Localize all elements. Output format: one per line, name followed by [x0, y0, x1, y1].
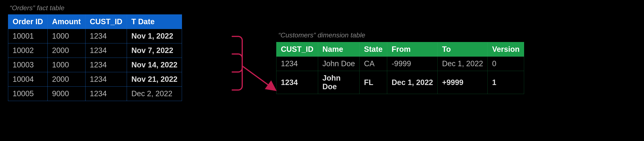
table-row: 1234 John Doe FL Dec 1, 2022 +9999 1: [276, 71, 524, 94]
customers-cell: 1234: [276, 71, 318, 94]
orders-header-cust-id: CUST_ID: [85, 15, 127, 29]
orders-cell: 2000: [48, 43, 86, 58]
orders-cell: 1234: [85, 72, 127, 87]
table-row: 10002 2000 1234 Nov 7, 2022: [8, 43, 182, 58]
customers-header-version: Version: [488, 42, 524, 57]
customers-cell: John Doe: [318, 71, 360, 94]
relationship-arrow-icon: [230, 30, 278, 114]
orders-header-order-id: Order ID: [8, 15, 48, 29]
orders-cell: 1000: [48, 58, 86, 72]
svg-line-2: [242, 66, 275, 90]
orders-header-row: Order ID Amount CUST_ID T Date: [8, 15, 182, 29]
orders-caption: “Orders” fact table: [10, 4, 64, 12]
table-row: 10004 2000 1234 Nov 21, 2022: [8, 72, 182, 87]
customers-cell: Dec 1, 2022: [387, 71, 438, 94]
customers-cell: John Doe: [318, 57, 360, 71]
table-row: 10005 9000 1234 Dec 2, 2022: [8, 87, 182, 101]
orders-cell: Nov 14, 2022: [127, 58, 182, 72]
orders-header-amount: Amount: [48, 15, 86, 29]
customers-header-to: To: [438, 42, 488, 57]
customers-cell: CA: [360, 57, 387, 71]
orders-cell: 1234: [85, 87, 127, 101]
orders-cell: 10001: [8, 29, 48, 43]
customers-cell: Dec 1, 2022: [438, 57, 488, 71]
customers-header-from: From: [387, 42, 438, 57]
customers-cell: FL: [360, 71, 387, 94]
table-row: 10001 1000 1234 Nov 1, 2022: [8, 29, 182, 43]
orders-cell: 9000: [48, 87, 86, 101]
customers-cell: +9999: [438, 71, 488, 94]
orders-cell: 1234: [85, 43, 127, 58]
customers-cell: 1: [488, 71, 524, 94]
customers-cell: -9999: [387, 57, 438, 71]
customers-cell: 0: [488, 57, 524, 71]
orders-cell: 10004: [8, 72, 48, 87]
table-row: 10003 1000 1234 Nov 14, 2022: [8, 58, 182, 72]
orders-cell: 10005: [8, 87, 48, 101]
orders-cell: Nov 1, 2022: [127, 29, 182, 43]
orders-fact-table: Order ID Amount CUST_ID T Date 10001 100…: [8, 14, 182, 101]
customers-header-state: State: [360, 42, 387, 57]
customers-header-name: Name: [318, 42, 360, 57]
orders-cell: 10003: [8, 58, 48, 72]
orders-cell: 1234: [85, 29, 127, 43]
orders-cell: 10002: [8, 43, 48, 58]
orders-cell: Nov 21, 2022: [127, 72, 182, 87]
customers-header-cust-id: CUST_ID: [276, 42, 318, 57]
orders-header-t-date: T Date: [127, 15, 182, 29]
customers-caption: “Customers” dimension table: [278, 31, 365, 39]
customers-dimension-table: CUST_ID Name State From To Version 1234 …: [276, 42, 524, 94]
orders-cell: 1234: [85, 58, 127, 72]
diagram-stage: “Orders” fact table Order ID Amount CUST…: [0, 0, 644, 141]
table-row: 1234 John Doe CA -9999 Dec 1, 2022 0: [276, 57, 524, 71]
customers-header-row: CUST_ID Name State From To Version: [276, 42, 524, 57]
orders-cell: Nov 7, 2022: [127, 43, 182, 58]
customers-cell: 1234: [276, 57, 318, 71]
orders-cell: 2000: [48, 72, 86, 87]
orders-cell: 1000: [48, 29, 86, 43]
orders-cell: Dec 2, 2022: [127, 87, 182, 101]
